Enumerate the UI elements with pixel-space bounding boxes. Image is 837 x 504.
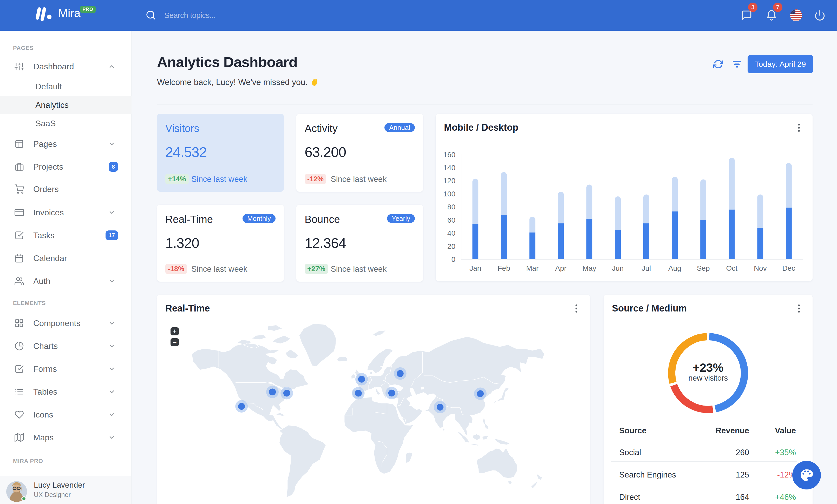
svg-text:Jul: Jul bbox=[642, 264, 651, 272]
svg-text:160: 160 bbox=[443, 151, 456, 159]
svg-text:120: 120 bbox=[443, 177, 456, 185]
svg-text:Jan: Jan bbox=[469, 264, 481, 272]
svg-text:0: 0 bbox=[451, 255, 456, 263]
svg-text:Feb: Feb bbox=[498, 264, 510, 272]
svg-text:Jun: Jun bbox=[612, 264, 624, 272]
svg-text:May: May bbox=[583, 264, 596, 272]
svg-text:Oct: Oct bbox=[726, 264, 737, 272]
svg-text:80: 80 bbox=[447, 203, 456, 211]
svg-text:100: 100 bbox=[443, 190, 456, 198]
svg-text:Sep: Sep bbox=[697, 264, 710, 272]
svg-text:140: 140 bbox=[443, 164, 456, 172]
svg-text:40: 40 bbox=[447, 229, 456, 237]
svg-text:20: 20 bbox=[447, 242, 456, 250]
svg-text:Nov: Nov bbox=[754, 264, 767, 272]
svg-text:Dec: Dec bbox=[782, 264, 796, 272]
svg-text:Aug: Aug bbox=[668, 264, 681, 272]
svg-text:Apr: Apr bbox=[555, 264, 567, 272]
svg-text:Mar: Mar bbox=[526, 264, 539, 272]
svg-text:60: 60 bbox=[447, 216, 456, 224]
